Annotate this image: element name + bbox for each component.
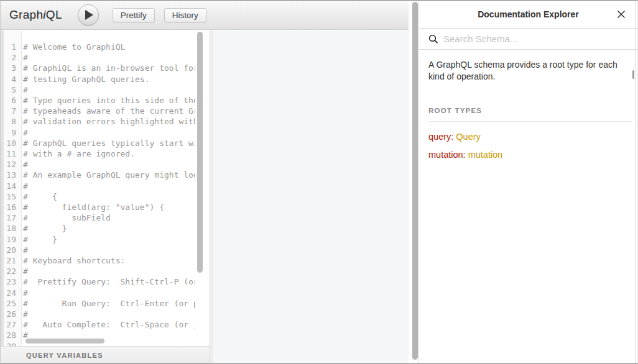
code-text: # { [19,192,57,201]
code-text: # with a # are ignored. [19,149,135,158]
code-line[interactable]: 7# typeaheads aware of the current Graph… [1,106,195,116]
root-type-item[interactable]: query: Query [428,132,628,142]
code-line[interactable]: 19# } [1,234,195,245]
toolbar: GraphiQL Prettify History [1,1,412,30]
code-text: # Welcome to GraphiQL [19,42,125,52]
line-number: 11 [1,148,19,159]
query-variables-label: QUERY VARIABLES [26,352,103,359]
query-editor[interactable]: 1# Welcome to GraphiQL2#3# GraphiQL is a… [1,30,210,346]
doc-panel-scroll-track [635,1,636,363]
code-line[interactable]: 20# [1,245,195,255]
query-variables-bar[interactable]: QUERY VARIABLES [1,346,210,363]
code-line[interactable]: 15# { [1,191,195,202]
code-line[interactable]: 5# [1,84,195,95]
window-scrollbar-thumb[interactable] [412,2,418,360]
doc-explorer-body: A GraphQL schema provides a root type fo… [419,50,637,177]
play-icon [85,10,93,20]
code-line[interactable]: 1# Welcome to GraphiQL [1,42,195,52]
root-type-keyword[interactable]: mutation: [428,150,466,160]
code-lines[interactable]: 1# Welcome to GraphiQL2#3# GraphiQL is a… [1,42,195,346]
line-number: 14 [1,181,19,191]
code-text: # [19,181,28,191]
line-number: 18 [1,223,19,234]
code-line[interactable]: 12# [1,159,195,170]
code-line[interactable]: 16# field(arg: "value") { [1,202,195,212]
code-line[interactable]: 11# with a # are ignored. [1,148,195,159]
code-line[interactable]: 9# [1,127,195,138]
line-number: 23 [1,276,19,287]
code-line[interactable]: 6# Type queries into this side of the sc… [1,95,195,106]
code-text: # field(arg: "value") { [19,202,164,212]
prettify-button[interactable]: Prettify [113,8,155,22]
code-text: # } [19,235,57,244]
code-text: # [19,160,28,169]
result-pane [213,30,409,363]
doc-explorer-title: Documentation Explorer [478,9,579,19]
code-text: # [19,309,28,319]
graphiql-logo: GraphiQL [9,8,62,22]
logo-text-graph: Graph [9,8,43,21]
line-number: 9 [1,127,19,138]
line-number: 10 [1,138,19,148]
code-line[interactable]: 22# [1,266,195,276]
line-number: 22 [1,266,19,276]
code-line[interactable]: 10# GraphQL queries typically start with… [1,138,195,148]
line-number: 7 [1,106,19,116]
line-number: 8 [1,116,19,127]
code-line[interactable]: 2# [1,52,195,63]
code-text: # [19,53,28,62]
code-text: # Keyboard shortcuts: [19,256,125,265]
code-text: # Auto Complete: Ctrl-Space (or just sta… [19,320,195,329]
code-line[interactable]: 26# [1,309,195,319]
window-scrollbar-track [409,1,418,363]
root-type-item[interactable]: mutation: mutation [428,150,628,160]
line-number: 19 [1,234,19,245]
root-type-link[interactable]: Query [456,132,481,142]
line-number: 3 [1,63,19,73]
line-number: 12 [1,159,19,170]
editor-horizontal-scrollbar[interactable] [25,339,104,344]
editor-vertical-scrollbar[interactable] [197,32,203,273]
logo-text-ql: QL [46,8,62,21]
code-text: # [19,245,28,255]
code-line[interactable]: 18# } [1,223,195,234]
history-button[interactable]: History [164,8,206,22]
close-icon[interactable] [616,9,627,20]
workspace: 1# Welcome to GraphiQL2#3# GraphiQL is a… [1,30,409,363]
code-line[interactable]: 21# Keyboard shortcuts: [1,255,195,266]
code-line[interactable]: 14# [1,181,195,191]
code-line[interactable]: 4# testing GraphQL queries. [1,74,195,84]
code-line[interactable]: 27# Auto Complete: Ctrl-Space (or just s… [1,319,195,330]
code-text: # Run Query: Ctrl-Enter (or press the pl… [19,299,195,308]
code-line[interactable]: 3# GraphiQL is an in-browser tool for wr… [1,63,195,73]
code-text: # GraphiQL is an in-browser tool for wri… [19,63,195,73]
root-type-link[interactable]: mutation [468,150,503,160]
line-number: 2 [1,52,19,63]
line-number: 17 [1,212,19,223]
code-line[interactable]: 25# Run Query: Ctrl-Enter (or press the … [1,298,195,309]
code-text: # } [19,224,67,233]
schema-description: A GraphQL schema provides a root type fo… [428,59,628,83]
code-line[interactable]: 13# An example GraphQL query might look … [1,170,195,180]
line-number: 16 [1,202,19,212]
code-text: # testing GraphQL queries. [19,75,150,84]
doc-panel-scroll-thumb[interactable] [632,70,634,79]
code-line[interactable]: 8# validation errors highlighted within … [1,116,195,127]
search-schema-input[interactable] [443,34,628,44]
code-line[interactable]: 23# Prettify Query: Shift-Ctrl-P (or pre… [1,276,195,287]
line-number: 26 [1,309,19,319]
code-line[interactable]: 17# subField [1,212,195,223]
code-text: # [19,288,28,298]
query-editor-pane: 1# Welcome to GraphiQL2#3# GraphiQL is a… [1,30,210,363]
doc-explorer-title-bar: Documentation Explorer [419,1,637,29]
code-text [19,342,23,346]
graphiql-app: GraphiQL Prettify History 1# Welcome to … [1,1,409,363]
execute-button[interactable] [78,4,99,25]
line-number: 6 [1,95,19,106]
root-types-heading: ROOT TYPES [428,107,632,122]
line-number: 24 [1,288,19,298]
root-types-list: query: Querymutation: mutation [428,132,628,160]
root-type-keyword[interactable]: query: [428,132,453,142]
line-number: 1 [1,42,19,52]
code-line[interactable]: 24# [1,288,195,298]
